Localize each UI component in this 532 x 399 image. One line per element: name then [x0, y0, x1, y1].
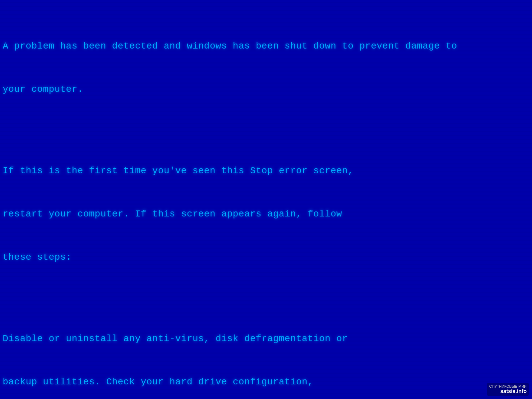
bsod-line-8: Disable or uninstall any anti-virus, dis…: [0, 332, 532, 346]
bsod-line-4: If this is the first time you've seen th…: [0, 164, 532, 178]
bsod-line-5: restart your computer. If this screen ap…: [0, 207, 532, 221]
watermark-top-text: СПУТНИКОВЫЕ МИИ: [489, 384, 527, 388]
bsod-spacer-1: [0, 125, 532, 135]
watermark-site: satsis.info: [489, 388, 527, 394]
bsod-line-9: backup utilities. Check your hard drive …: [0, 375, 532, 389]
bsod-screen: A problem has been detected and windows …: [0, 0, 532, 399]
bsod-line-1: A problem has been detected and windows …: [0, 39, 532, 53]
watermark: СПУТНИКОВЫЕ МИИ satsis.info: [487, 383, 529, 396]
bsod-line-6: these steps:: [0, 250, 532, 264]
bsod-line-2: your computer.: [0, 82, 532, 96]
bsod-text-block: A problem has been detected and windows …: [0, 10, 532, 399]
bsod-spacer-2: [0, 293, 532, 303]
